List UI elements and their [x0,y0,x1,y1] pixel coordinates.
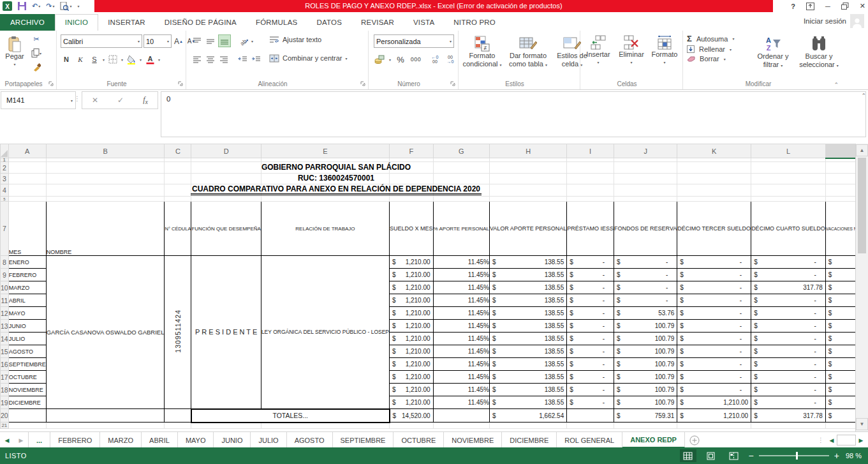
col-header-F[interactable]: F [390,144,434,158]
cell-sueldo[interactable]: $1,210.00 [390,345,434,358]
row-header[interactable]: 5 [1,197,9,202]
cell-pct[interactable]: 11.45% [433,345,489,358]
cell-mes-enero[interactable]: ENERO [8,256,46,269]
cut-icon[interactable]: ✂ [31,33,42,45]
cell-decimo3[interactable]: $- [677,269,751,281]
collapse-ribbon-button[interactable]: ⌃ [834,82,839,88]
cell-fondos[interactable]: $100.79 [614,358,677,371]
cell-decimo4[interactable]: $- [751,256,826,269]
cell-prestamo[interactable]: $- [567,358,614,371]
col-header-A[interactable]: A [8,144,46,158]
cell-vacaciones[interactable]: $- [825,307,856,320]
delete-cells-button[interactable]: Eliminar▾ [615,33,648,67]
row-header-18[interactable]: 18 [1,384,9,396]
sheet-tab-julio[interactable]: JULIO [251,432,286,448]
cell[interactable] [390,197,434,202]
cell-employee-name[interactable]: GARCÍA CASANOVA OSWALDO GABRIEL [46,256,165,409]
cell-decimo4[interactable]: $- [751,345,826,358]
cell-aporte[interactable]: $138.55 [490,396,567,409]
cell-decimo3[interactable]: $- [677,320,751,333]
row-header-14[interactable]: 14 [1,333,9,345]
number-format-select[interactable]: Personalizada▾ [374,34,454,48]
cell-aporte[interactable]: $138.55 [490,256,567,269]
orientation-dropdown[interactable]: ▾ [251,39,253,43]
row-header-20[interactable]: 20 [1,409,9,423]
header-decimo4[interactable]: DÉCIMO CUARTO SUELDO [751,202,826,256]
row-header-16[interactable]: 16 [1,358,9,371]
merge-center-button[interactable]: Combinar y centrar ▾ [269,54,348,63]
autosum-button[interactable]: Σ Autosuma ▾ [687,34,734,43]
cell[interactable] [677,197,751,202]
cell-decimo4[interactable]: $- [751,320,826,333]
increase-indent-icon[interactable] [250,54,261,65]
sheet-nav-prev-icon[interactable]: ◀ [0,432,14,448]
cell-sueldo[interactable]: $1,210.00 [390,320,434,333]
cell-pct[interactable]: 11.45% [433,269,489,281]
cell-sueldo[interactable]: $1,210.00 [390,256,434,269]
cell-aporte[interactable]: $138.55 [490,294,567,307]
zoom-level[interactable]: 98 % [846,452,862,460]
hscroll-right-icon[interactable]: ▶ [857,437,865,444]
cell-prestamo[interactable]: $- [567,269,614,281]
cell-decimo3[interactable]: $- [677,256,751,269]
cell[interactable] [8,423,46,429]
cell-decimo3[interactable]: $- [677,371,751,384]
cell-fondos[interactable]: $100.79 [614,320,677,333]
cell-vacaciones[interactable]: $- [825,269,856,281]
cell-vacaciones[interactable]: $- [825,371,856,384]
close-button[interactable]: ✕ [860,2,865,10]
cell[interactable] [261,423,389,429]
cell-pct[interactable]: 11.45% [433,371,489,384]
restore-button[interactable] [841,3,849,10]
sheet-tab-anexo-redp[interactable]: ANEXO REDP [622,432,685,448]
cell-fondos[interactable]: $100.79 [614,396,677,409]
accounting-format-icon[interactable] [374,54,385,65]
ribbon-tab-inicio[interactable]: INICIO [55,14,98,31]
cell-fondos[interactable]: $- [614,294,677,307]
cell-employee-funcion[interactable]: P R E S I D E N T E [191,256,261,409]
qat-customize-button[interactable]: ▾ [77,4,79,8]
cell-prestamo[interactable]: $- [567,384,614,396]
paste-button[interactable]: Pegar ▾ [3,33,27,69]
sheet-tab-rol-general[interactable]: ROL GENERAL [557,432,622,448]
normal-view-icon[interactable] [680,449,696,462]
zoom-slider-thumb[interactable] [796,452,798,460]
cell-sueldo[interactable]: $1,210.00 [390,281,434,294]
font-name-select[interactable]: Calibri▾ [61,34,142,48]
cell-employee-cedula[interactable]: 1309511424 [165,256,191,409]
sheet-nav-next-icon[interactable]: ▶ [14,432,28,448]
cell[interactable] [46,423,165,429]
col-header-J[interactable]: J [614,144,677,158]
scroll-down-icon[interactable]: ▼ [856,418,868,430]
cell-total-fondos[interactable]: $759.31 [614,409,677,423]
font-color-icon[interactable]: A [144,54,156,65]
cell[interactable] [751,423,826,429]
cell[interactable] [825,174,856,184]
vertical-scrollbar[interactable]: ▲ ▼ [855,144,868,431]
grow-font-button[interactable]: A▲ [173,36,184,47]
cell[interactable] [567,423,614,429]
align-center-icon[interactable] [205,54,216,65]
cell[interactable] [825,184,856,197]
cell[interactable] [825,162,856,174]
cancel-entry-icon[interactable]: ✕ [92,96,98,105]
sign-in[interactable]: Iniciar sesión [804,14,864,28]
cell[interactable] [567,197,614,202]
row-header[interactable]: 2 [1,162,9,174]
cell-decimo4[interactable]: $- [751,384,826,396]
cell[interactable] [614,423,677,429]
cell[interactable] [677,184,751,197]
cell-decimo4[interactable]: $- [751,269,826,281]
cell-prestamo[interactable]: $- [567,307,614,320]
cell-total-prestamo[interactable] [567,409,614,423]
format-cells-button[interactable]: Formato▾ [648,33,681,67]
row-header-10[interactable]: 10 [1,281,9,294]
cell-sueldo[interactable]: $1,210.00 [390,333,434,345]
cell[interactable] [751,174,826,184]
formula-bar-collapse-icon[interactable]: ⌃ [861,93,866,99]
header-cedula[interactable]: N° CÉDULA [165,202,191,256]
cell-sueldo[interactable]: $1,210.00 [390,358,434,371]
cell[interactable] [165,423,191,429]
cell-fondos[interactable]: $100.79 [614,371,677,384]
fill-color-icon[interactable] [126,54,137,65]
